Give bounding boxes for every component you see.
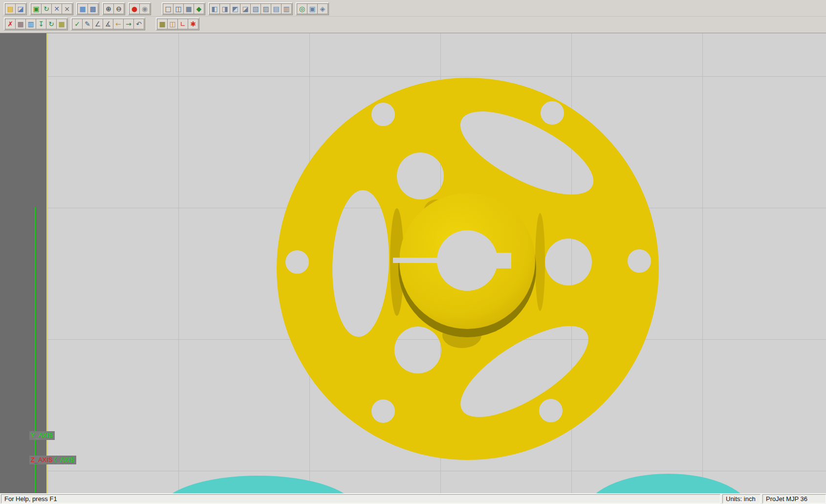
part-keyway <box>495 253 511 268</box>
toolbar-row-2: ✗▦▥↧↻▦✓✎∠∡←→↶▦◫∟✱ <box>2 16 826 31</box>
part-bore <box>437 230 498 291</box>
export-platform-icon: ▦ <box>159 21 165 27</box>
remove-part-button[interactable]: ✗ <box>5 19 16 29</box>
back-view-icon: ◩ <box>232 5 238 12</box>
application-window: { "toolbar": { "rows": [ { "groups": [ {… <box>0 0 826 504</box>
open-file-button[interactable]: ▤ <box>5 3 16 14</box>
toolbar: ▤◪▣↻✕×▦▩⊕⊖●◉□◫■◆◧◨◩◪▧▨▤▥◎▣◈ ✗▦▥↧↻▦✓✎∠∡←→… <box>0 0 826 33</box>
step-previous-button[interactable]: ← <box>113 19 124 29</box>
toolbar-group: ▦▩ <box>76 2 99 15</box>
export-part-button[interactable]: ↧ <box>36 19 46 29</box>
view-top-button[interactable]: ▨ <box>261 3 271 14</box>
next-icon: → <box>126 21 131 27</box>
undo-icon: ↶ <box>136 21 142 27</box>
export-icon: ↧ <box>38 21 44 27</box>
zoom-window-button[interactable]: ▣ <box>307 3 318 14</box>
rotate-part-button[interactable]: ↻ <box>41 3 52 14</box>
undo-action-button[interactable]: ↶ <box>133 19 144 29</box>
platform-grid-button[interactable]: ▥ <box>25 19 36 29</box>
resume-icon: ◉ <box>142 5 148 12</box>
viewport-canvas[interactable] <box>0 33 826 493</box>
x-axis-label: X_AXIS <box>51 456 76 464</box>
axes-icon: ◆ <box>196 5 202 12</box>
verify-check-icon: ✓ <box>74 21 80 27</box>
y-axis-label: Y_AXIS <box>29 431 55 440</box>
y-axis-line <box>35 207 36 493</box>
previous-icon: ← <box>115 21 121 27</box>
folder-open-icon: ▤ <box>7 5 13 12</box>
material-icon: ✱ <box>190 21 196 27</box>
add-to-platform-button[interactable]: ▦ <box>56 19 67 29</box>
view-left-button[interactable]: ◪ <box>240 3 251 14</box>
rotate-view-icon: ▥ <box>283 5 289 12</box>
pack-grid-icon: ▦ <box>79 5 86 12</box>
snapshot-view-button[interactable]: ◈ <box>317 3 328 14</box>
left-view-icon: ◪ <box>242 5 248 12</box>
main-viewport[interactable]: Y_AXIS X_AXIS Z_AXIS <box>0 33 826 493</box>
zoom-in-icon: ⊕ <box>106 5 111 12</box>
shaded-view-button[interactable]: ■ <box>183 3 194 14</box>
view-rotate-button[interactable]: ▥ <box>281 3 292 14</box>
view-right-button[interactable]: ▧ <box>250 3 261 14</box>
material-status-button[interactable]: ✱ <box>188 19 198 29</box>
zoom-out-icon: ⊖ <box>116 5 122 12</box>
build-estimate-button[interactable]: ◫ <box>167 19 178 29</box>
part-list-button[interactable]: ▦ <box>15 19 26 29</box>
copy-icon: ▣ <box>33 5 39 12</box>
step-next-button[interactable]: → <box>123 19 134 29</box>
export-platform-button[interactable]: ▦ <box>157 19 168 29</box>
platform-grid-icon: ▥ <box>27 21 34 27</box>
secondary-part-right[interactable] <box>585 474 751 493</box>
angle-icon: ∠ <box>95 21 101 27</box>
toolbar-group: ✗▦▥↧↻▦ <box>4 18 68 30</box>
view-isometric-button[interactable]: ◧ <box>209 3 220 14</box>
edit-part-button[interactable]: ✎ <box>82 19 93 29</box>
view-bottom-button[interactable]: ▤ <box>271 3 282 14</box>
resume-job-button[interactable]: ◉ <box>139 3 150 14</box>
platform-edge-line <box>46 33 48 493</box>
zoom-out-button[interactable]: ⊖ <box>113 3 124 14</box>
pencil-icon: ✎ <box>85 21 90 27</box>
secondary-part-left[interactable] <box>160 476 356 493</box>
refresh-icon: ↻ <box>48 21 54 27</box>
pack-parts-button[interactable]: ▦ <box>77 3 88 14</box>
orientation-axes-button[interactable]: ◆ <box>194 3 204 14</box>
top-view-icon: ▨ <box>262 5 269 12</box>
part-model[interactable] <box>277 78 659 460</box>
mirror-icon: ✕ <box>54 5 60 12</box>
bottom-view-icon: ▤ <box>273 5 279 12</box>
status-help-text: For Help, press F1 <box>1 494 720 504</box>
toolbar-group: ✓✎∠∡←→↶ <box>71 18 145 30</box>
front-view-icon: ◨ <box>221 5 228 12</box>
measure-angle-alt-button[interactable]: ∡ <box>103 19 113 29</box>
wireframe-view-button[interactable]: □ <box>163 3 174 14</box>
zoom-window-icon: ▣ <box>309 5 315 12</box>
iso-view-icon: ◧ <box>211 5 217 12</box>
verify-part-button[interactable]: ✓ <box>72 19 83 29</box>
import-model-button[interactable]: ◪ <box>15 3 26 14</box>
arrange-parts-button[interactable]: ▩ <box>87 3 98 14</box>
duplicate-part-button[interactable]: ▣ <box>31 3 42 14</box>
transform-icon: × <box>64 5 70 12</box>
transform-part-button[interactable]: × <box>62 3 72 14</box>
status-bar: For Help, press F1 Units: inch ProJet MJ… <box>0 493 826 504</box>
toolbar-group: ●◉ <box>128 2 151 15</box>
delete-part-icon: ✗ <box>7 21 13 27</box>
view-front-button[interactable]: ◨ <box>219 3 230 14</box>
abort-job-button[interactable]: ● <box>129 3 140 14</box>
view-back-button[interactable]: ◩ <box>230 3 240 14</box>
status-printer: ProJet MJP 36 <box>762 494 826 504</box>
measure-angle-button[interactable]: ∠ <box>92 19 103 29</box>
measure-tool-button[interactable]: ∟ <box>177 19 188 29</box>
part-list-icon: ▦ <box>17 21 23 27</box>
refresh-platform-button[interactable]: ↻ <box>46 19 57 29</box>
zoom-in-button[interactable]: ⊕ <box>103 3 114 14</box>
toolbar-group: ◎▣◈ <box>296 2 329 15</box>
wireframe-cube-icon: □ <box>165 5 171 12</box>
mirror-part-button[interactable]: ✕ <box>51 3 62 14</box>
toolbar-group: □◫■◆ <box>162 2 205 15</box>
fit-view-icon: ◎ <box>299 5 305 12</box>
fit-view-button[interactable]: ◎ <box>297 3 307 14</box>
hidden-line-view-button[interactable]: ◫ <box>173 3 184 14</box>
z-axis-label: Z_AXIS <box>29 456 54 464</box>
